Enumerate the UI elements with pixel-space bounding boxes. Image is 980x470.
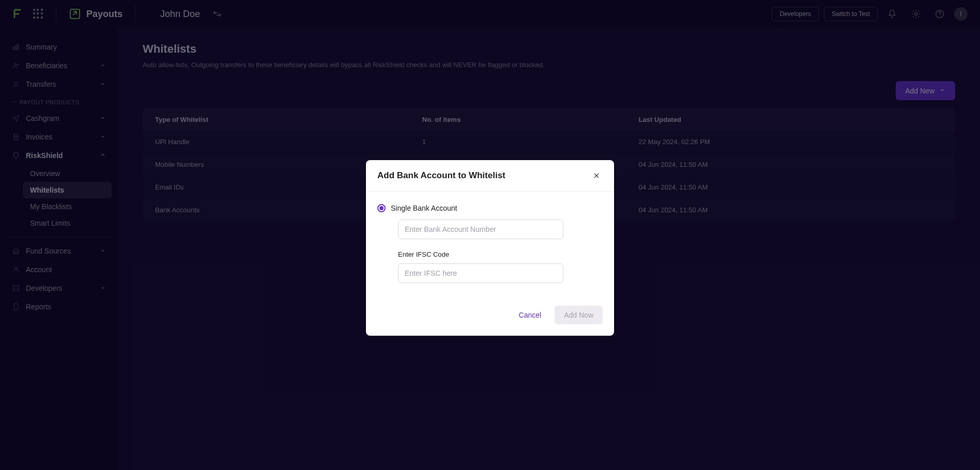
- add-bank-modal: Add Bank Account to Whitelist Single Ban…: [366, 160, 614, 336]
- cancel-button[interactable]: Cancel: [510, 306, 551, 324]
- add-now-button[interactable]: Add Now: [555, 306, 603, 324]
- modal-header: Add Bank Account to Whitelist: [366, 160, 614, 192]
- modal-footer: Cancel Add Now: [366, 297, 614, 336]
- modal-body: Single Bank Account Enter IFSC Code: [366, 192, 614, 297]
- modal-overlay[interactable]: Add Bank Account to Whitelist Single Ban…: [0, 0, 980, 470]
- bank-account-group: [377, 220, 603, 239]
- radio-label: Single Bank Account: [391, 204, 457, 212]
- ifsc-input[interactable]: [398, 263, 563, 283]
- radio-icon: [377, 204, 386, 212]
- modal-title: Add Bank Account to Whitelist: [377, 170, 506, 181]
- bank-account-input[interactable]: [398, 220, 563, 239]
- radio-single-bank[interactable]: Single Bank Account: [377, 204, 603, 212]
- close-icon[interactable]: [590, 169, 603, 182]
- ifsc-label: Enter IFSC Code: [398, 250, 603, 258]
- ifsc-group: Enter IFSC Code: [377, 250, 603, 283]
